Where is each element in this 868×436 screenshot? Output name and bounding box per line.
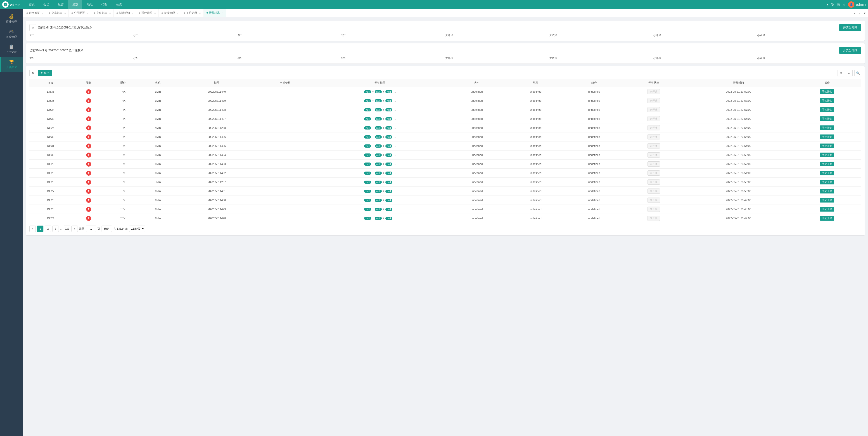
cell-action[interactable]: 手动开奖 — [793, 160, 861, 169]
tab-left-arrow[interactable]: ‹ — [853, 11, 857, 15]
sidebar-item-game[interactable]: 🎮 游戏管理 — [0, 27, 23, 42]
open-award-btn-1min[interactable]: 开奖当期期 — [839, 24, 861, 31]
manual-open-btn[interactable]: 手动开奖 — [820, 116, 834, 121]
circle-icon[interactable]: ● — [827, 2, 829, 6]
cell-action[interactable]: 手动开奖 — [793, 141, 861, 150]
manual-open-btn[interactable]: 手动开奖 — [820, 216, 834, 221]
nav-address[interactable]: 地址 — [83, 0, 97, 9]
cell-action[interactable]: 手动开奖 — [793, 96, 861, 105]
null-badge: null — [375, 90, 382, 93]
page-3-btn[interactable]: 3 — [53, 226, 59, 232]
tab-game-mgmt[interactable]: 游戏管理 × — [159, 9, 181, 17]
page-confirm-btn[interactable]: 确定 — [101, 226, 112, 232]
cell-action[interactable]: 手动开奖 — [793, 196, 861, 205]
cell-period: 202205311434 — [176, 150, 258, 160]
stat-even-5: 双:0 — [341, 56, 445, 60]
tab-more-arrow[interactable]: ▾ — [863, 11, 867, 15]
column-settings-btn[interactable]: ⊞ — [837, 70, 844, 76]
nav-operations[interactable]: 运营 — [54, 0, 68, 9]
nav-game[interactable]: 游戏 — [68, 0, 82, 9]
manual-open-btn[interactable]: 手动开奖 — [820, 153, 834, 157]
manual-open-btn[interactable]: 手动开奖 — [820, 189, 834, 194]
page-2-btn[interactable]: 2 — [45, 226, 51, 232]
tab-close[interactable]: × — [132, 12, 133, 14]
cell-action[interactable]: 手动开奖 — [793, 187, 861, 196]
manual-open-btn[interactable]: 手动开奖 — [820, 143, 834, 148]
tab-config[interactable]: 分号配置 × — [69, 9, 91, 17]
manual-open-btn[interactable]: 手动开奖 — [820, 162, 834, 166]
tab-home[interactable]: 后台首页 × — [24, 9, 46, 17]
page-jump-input[interactable] — [86, 226, 96, 232]
tab-award-result[interactable]: 开奖结果 × — [204, 9, 226, 17]
tab-member-list[interactable]: 会员列表 × — [46, 9, 68, 17]
cell-action[interactable]: 手动开奖 — [793, 87, 861, 96]
sidebar-item-coin[interactable]: 💰 币种管理 — [0, 11, 23, 27]
nav-agent[interactable]: 代理 — [97, 0, 111, 9]
manual-open-btn[interactable]: 手动开奖 — [820, 89, 834, 94]
tab-close[interactable]: × — [109, 12, 111, 14]
sidebar-item-result[interactable]: 🏆 开奖结果 — [0, 57, 23, 72]
manual-open-btn[interactable]: 手动开奖 — [820, 107, 834, 112]
cell-status: 未开奖 — [623, 187, 684, 196]
manual-open-btn[interactable]: 手动开奖 — [820, 180, 834, 185]
manual-open-btn[interactable]: 手动开奖 — [820, 134, 834, 139]
print-btn[interactable]: 🖨 — [846, 70, 852, 76]
cell-coin: TRX — [105, 178, 140, 187]
cell-action[interactable]: 手动开奖 — [793, 114, 861, 124]
cell-action[interactable]: 手动开奖 — [793, 124, 861, 132]
manual-open-btn[interactable]: 手动开奖 — [820, 98, 834, 103]
tab-close[interactable]: × — [199, 12, 200, 14]
refresh-icon[interactable]: ↻ — [831, 2, 834, 7]
tab-home-close[interactable]: × — [42, 12, 43, 14]
manual-open-btn[interactable]: 手动开奖 — [820, 207, 834, 211]
main-content: ↻ 当前1Min期号:202205301431 总下注数:0 开奖当期期 大:0… — [23, 17, 868, 436]
sidebar-item-bet[interactable]: 📋 下注记录 — [0, 42, 23, 57]
tab-bet-record[interactable]: 下注记录 × — [181, 9, 204, 17]
user-info[interactable]: 👤 admin — [848, 1, 866, 8]
page-size-select[interactable]: 15条/页 20条/页 50条/页 — [129, 226, 145, 232]
tab-transfer[interactable]: 划转明细 × — [114, 9, 136, 17]
tab-right-arrow[interactable]: › — [858, 11, 862, 15]
cell-action[interactable]: 手动开奖 — [793, 150, 861, 160]
cell-action[interactable]: 手动开奖 — [793, 178, 861, 187]
page-last-btn[interactable]: 922 — [64, 226, 70, 232]
table-refresh-btn[interactable]: ↻ — [29, 70, 36, 76]
prev-page-btn[interactable]: ‹ — [29, 226, 36, 232]
nav-member[interactable]: 会员 — [39, 0, 53, 9]
cell-action[interactable]: 手动开奖 — [793, 132, 861, 141]
page-1-btn[interactable]: 1 — [37, 226, 43, 232]
tab-close[interactable]: × — [177, 12, 178, 14]
search-btn[interactable]: 🔍 — [855, 70, 861, 76]
tab-close[interactable]: × — [222, 11, 223, 14]
table-export-btn[interactable]: ⬆ 导出 — [38, 70, 52, 76]
next-page-btn[interactable]: › — [71, 226, 78, 232]
null-badge: null — [364, 90, 371, 93]
manual-open-btn[interactable]: 手动开奖 — [820, 198, 834, 203]
tab-close[interactable]: × — [87, 12, 88, 14]
tab-recharge[interactable]: 充值列表 × — [91, 9, 114, 17]
tab-close[interactable]: × — [154, 12, 156, 14]
cell-icon: T — [71, 96, 105, 105]
cell-odd-even: undefined — [506, 196, 565, 205]
cell-action[interactable]: 手动开奖 — [793, 169, 861, 178]
trx-icon: T — [86, 171, 91, 176]
nav-home[interactable]: 首页 — [25, 0, 39, 9]
tab-close[interactable]: × — [64, 12, 66, 14]
grid-icon[interactable]: ⊞ — [837, 2, 840, 7]
nav-system[interactable]: 系统 — [112, 0, 126, 9]
cell-status: 未开奖 — [623, 178, 684, 187]
cell-action[interactable]: 手动开奖 — [793, 205, 861, 214]
manual-open-btn[interactable]: 手动开奖 — [820, 171, 834, 175]
cell-result: null + null + null ... — [312, 132, 447, 141]
tab-recharge-label: 充值列表 — [96, 11, 107, 15]
manual-open-btn[interactable]: 手动开奖 — [820, 126, 834, 130]
refresh-btn-1min[interactable]: ↻ — [29, 24, 36, 31]
cell-result: null + null + null ... — [312, 187, 447, 196]
null-badge: null — [385, 117, 393, 121]
cell-time: 2022-05-31 23:57:00 — [684, 105, 793, 114]
cell-action[interactable]: 手动开奖 — [793, 214, 861, 223]
cell-action[interactable]: 手动开奖 — [793, 105, 861, 114]
close-icon[interactable]: ✕ — [842, 2, 845, 7]
open-award-btn-5min[interactable]: 开奖当期期 — [839, 47, 861, 54]
tab-coin-mgmt[interactable]: 币种管理 × — [136, 9, 158, 17]
